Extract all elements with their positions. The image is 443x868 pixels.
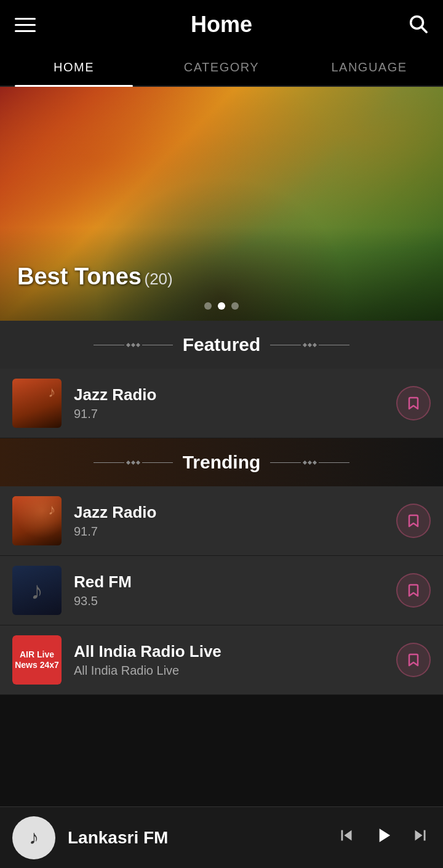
trending-air-info: All India Radio Live All India Radio Liv… (74, 642, 384, 678)
player-note-icon: ♪ (29, 826, 39, 849)
dot-1[interactable] (204, 302, 212, 310)
next-button[interactable] (410, 825, 431, 850)
trending-air-freq: All India Radio Live (74, 664, 384, 678)
previous-button[interactable] (336, 825, 357, 850)
dot-3[interactable] (231, 302, 239, 310)
app-title: Home (191, 12, 252, 38)
trending-jazz-bookmark[interactable] (396, 504, 431, 538)
trending-redfm-bookmark[interactable] (396, 573, 431, 608)
featured-jazz-name: Jazz Radio (74, 385, 384, 404)
banner: Best Tones (20) (0, 87, 443, 321)
trending-deco-right (270, 461, 349, 464)
trending-item-air[interactable]: AIR LiveNews 24x7 All India Radio Live A… (0, 625, 443, 695)
trending-section: Trending (0, 438, 443, 486)
menu-icon[interactable] (15, 18, 36, 32)
banner-title: Best Tones (17, 263, 142, 289)
banner-text: Best Tones (20) (17, 263, 173, 290)
featured-jazz-bookmark[interactable] (396, 386, 431, 420)
featured-jazz-info: Jazz Radio 91.7 (74, 385, 384, 421)
play-button[interactable] (372, 824, 395, 852)
featured-jazz-thumb (12, 379, 62, 428)
player-controls (336, 824, 431, 852)
trending-jazz-info: Jazz Radio 91.7 (74, 503, 384, 539)
player-thumbnail: ♪ (12, 816, 55, 859)
trending-redfm-info: Red FM 93.5 (74, 573, 384, 608)
trending-title: Trending (183, 452, 261, 473)
trending-air-thumb: AIR LiveNews 24x7 (12, 635, 62, 685)
featured-header: Featured (0, 321, 443, 369)
trending-redfm-freq: 93.5 (74, 594, 384, 608)
tab-category[interactable]: CATEGORY (148, 49, 295, 86)
banner-dots (204, 302, 239, 310)
trending-item-jazz[interactable]: Jazz Radio 91.7 (0, 486, 443, 556)
trending-header: Trending (0, 438, 443, 486)
trending-air-name: All India Radio Live (74, 642, 384, 661)
trending-item-redfm[interactable]: ♪ Red FM 93.5 (0, 556, 443, 625)
trending-redfm-thumb: ♪ (12, 566, 62, 615)
player-bar: ♪ Lankasri FM (0, 806, 443, 868)
trending-deco-left (94, 461, 173, 464)
trending-jazz-thumb (12, 496, 62, 545)
deco-right (270, 344, 349, 347)
svg-line-1 (421, 27, 426, 32)
banner-count: (20) (144, 270, 172, 288)
featured-title: Featured (183, 334, 261, 355)
featured-jazz-freq: 91.7 (74, 407, 384, 421)
trending-redfm-name: Red FM (74, 573, 384, 592)
trending-air-bookmark[interactable] (396, 643, 431, 677)
search-button[interactable] (407, 13, 428, 36)
header: Home (0, 0, 443, 49)
air-label: AIR LiveNews 24x7 (15, 649, 59, 670)
trending-jazz-freq: 91.7 (74, 524, 384, 539)
deco-left (94, 344, 173, 347)
nav-tabs: HOME CATEGORY LANGUAGE (0, 49, 443, 87)
trending-jazz-name: Jazz Radio (74, 503, 384, 522)
featured-item-jazz[interactable]: Jazz Radio 91.7 (0, 369, 443, 438)
tab-language[interactable]: LANGUAGE (295, 49, 443, 86)
player-track-title: Lankasri FM (68, 828, 324, 848)
dot-2[interactable] (218, 302, 225, 310)
tab-home[interactable]: HOME (0, 49, 148, 86)
